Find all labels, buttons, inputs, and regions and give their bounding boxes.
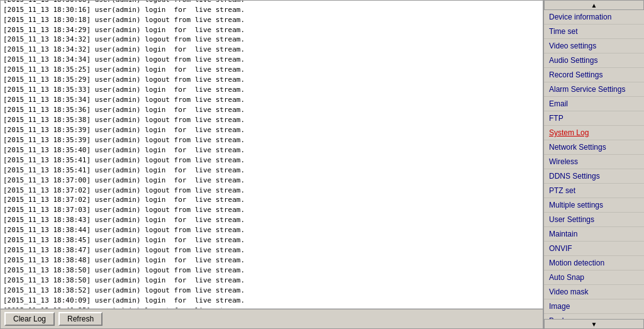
log-line: [2015_11_13 18:30:16] user(admin) login … (3, 5, 540, 15)
log-line: [2015_11_13 18:38:50] user(admin) login … (3, 276, 540, 286)
button-bar: Clear Log Refresh (1, 309, 543, 328)
log-line: [2015_11_13 18:37:02] user(admin) logout… (3, 186, 540, 196)
log-line: [2015_11_13 18:35:41] user(admin) logout… (3, 155, 540, 165)
log-container[interactable]: [2015_11_13 18:29:43] user(admin) login … (1, 1, 543, 309)
log-line: [2015_11_13 18:35:29] user(admin) logout… (3, 75, 540, 85)
sidebar-item-ptz-set[interactable]: PTZ set (544, 184, 644, 198)
log-line: [2015_11_13 18:38:50] user(admin) logout… (3, 265, 540, 276)
sidebar-item-maintain[interactable]: Maintain (544, 227, 644, 242)
log-line: [2015_11_13 18:34:32] user(admin) logout… (3, 35, 540, 45)
main-area: [2015_11_13 18:29:43] user(admin) login … (0, 0, 543, 329)
refresh-button[interactable]: Refresh (58, 312, 103, 326)
sidebar-item-wireless[interactable]: Wireless (544, 155, 644, 169)
log-line: [2015_11_13 18:35:36] user(admin) login … (3, 105, 540, 115)
log-line: [2015_11_13 18:35:39] user(admin) login … (3, 125, 540, 135)
sidebar-item-audio-settings[interactable]: Audio Settings (544, 53, 644, 68)
sidebar-item-network-settings[interactable]: Network Settings (544, 140, 644, 155)
log-line: [2015_11_13 18:35:40] user(admin) login … (3, 145, 540, 155)
sidebar-item-email[interactable]: Email (544, 97, 644, 111)
sidebar-item-ddns-settings[interactable]: DDNS Settings (544, 169, 644, 184)
log-line: [2015_11_13 18:37:00] user(admin) login … (3, 176, 540, 186)
sidebar-item-system-log[interactable]: System Log (544, 126, 644, 140)
sidebar-item-alarm-service-settings[interactable]: Alarm Service Settings (544, 82, 644, 97)
log-line: [2015_11_13 18:38:52] user(admin) logout… (3, 286, 540, 296)
sidebar-scroll: Device informationTime setVideo settings… (544, 10, 644, 319)
scroll-up-button[interactable]: ▲ (544, 0, 644, 10)
log-line: [2015_11_13 18:34:32] user(admin) login … (3, 45, 540, 55)
log-line: [2015_11_13 18:40:09] user(admin) login … (3, 296, 540, 306)
log-line: [2015_11_13 18:35:38] user(admin) logout… (3, 115, 540, 125)
sidebar-item-motion-detection[interactable]: Motion detection (544, 256, 644, 270)
log-line: [2015_11_13 18:34:34] user(admin) logout… (3, 55, 540, 65)
log-line: [2015_11_13 18:37:02] user(admin) login … (3, 195, 540, 205)
clear-log-button[interactable]: Clear Log (4, 312, 55, 326)
scroll-down-button[interactable]: ▼ (544, 319, 644, 329)
sidebar-item-auto-snap[interactable]: Auto Snap (544, 270, 644, 285)
log-line: [2015_11_13 18:37:03] user(admin) logout… (3, 205, 540, 215)
log-line: [2015_11_13 18:38:45] user(admin) login … (3, 235, 540, 245)
sidebar-item-video-mask[interactable]: Video mask (544, 285, 644, 299)
sidebar-item-multiple-settings[interactable]: Multiple settings (544, 198, 644, 213)
sidebar: ▲ Device informationTime setVideo settin… (543, 0, 644, 329)
sidebar-item-record-settings[interactable]: Record Settings (544, 68, 644, 82)
log-line: [2015_11_13 18:30:18] user(admin) logout… (3, 15, 540, 25)
log-line: [2015_11_13 18:38:44] user(admin) logout… (3, 225, 540, 235)
log-line: [2015_11_13 18:35:39] user(admin) logout… (3, 135, 540, 145)
sidebar-item-back[interactable]: Back (544, 314, 644, 319)
log-line: [2015_11_13 18:38:43] user(admin) login … (3, 215, 540, 225)
log-line: [2015_11_13 18:35:25] user(admin) login … (3, 65, 540, 75)
log-line: [2015_11_13 18:38:48] user(admin) login … (3, 255, 540, 265)
sidebar-item-ftp[interactable]: FTP (544, 111, 644, 126)
sidebar-item-time-set[interactable]: Time set (544, 25, 644, 39)
sidebar-item-onvif[interactable]: ONVIF (544, 242, 644, 256)
log-line: [2015_11_13 18:35:41] user(admin) login … (3, 165, 540, 176)
log-line: [2015_11_13 18:35:33] user(admin) login … (3, 85, 540, 95)
log-line: [2015_11_13 18:38:47] user(admin) logout… (3, 245, 540, 255)
sidebar-item-user-settings[interactable]: User Settings (544, 213, 644, 227)
sidebar-item-image[interactable]: Image (544, 299, 644, 314)
sidebar-item-video-settings[interactable]: Video settings (544, 39, 644, 53)
log-line: [2015_11_13 18:34:29] user(admin) login … (3, 25, 540, 35)
log-line: [2015_11_13 18:35:34] user(admin) logout… (3, 95, 540, 105)
sidebar-item-device-information[interactable]: Device information (544, 10, 644, 25)
log-line: [2015_11_13 18:30:08] user(admin) logout… (3, 1, 540, 5)
